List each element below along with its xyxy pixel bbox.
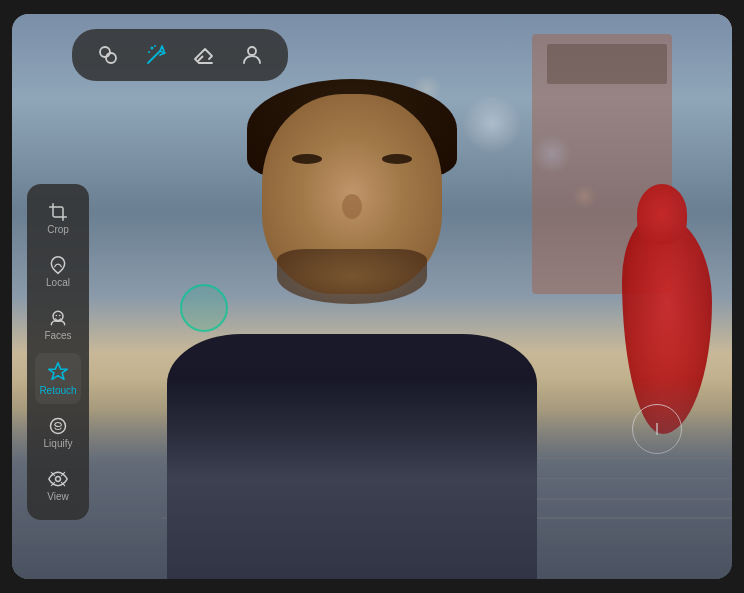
liquify-icon [48, 416, 68, 436]
faces-label: Faces [44, 331, 71, 341]
svg-point-10 [56, 477, 61, 482]
bokeh-2 [532, 134, 572, 174]
svg-point-5 [248, 47, 256, 55]
sidebar-item-faces[interactable]: Faces [35, 300, 81, 349]
sidebar-item-crop[interactable]: Crop [35, 194, 81, 243]
left-sidebar: Crop Local Face [27, 184, 89, 520]
svg-point-8 [59, 315, 61, 317]
svg-point-7 [56, 315, 58, 317]
platform-bottom [12, 379, 732, 579]
sidebar-item-local[interactable]: Local [35, 247, 81, 296]
retouch-label: Retouch [39, 386, 76, 396]
liquify-label: Liquify [44, 439, 73, 449]
objects-tool[interactable] [92, 39, 124, 71]
nose [342, 194, 362, 219]
local-icon [48, 255, 68, 275]
eraser-tool[interactable] [188, 39, 220, 71]
retouch-icon [47, 361, 69, 383]
crop-label: Crop [47, 225, 69, 235]
magic-tool[interactable] [140, 39, 172, 71]
faces-icon [48, 308, 68, 328]
svg-point-4 [154, 45, 156, 47]
crop-icon [48, 202, 68, 222]
svg-point-0 [100, 47, 110, 57]
portrait-tool[interactable] [236, 39, 268, 71]
svg-point-3 [148, 51, 150, 53]
sidebar-item-liquify[interactable]: Liquify [35, 408, 81, 457]
fingerprint-indicator [180, 284, 228, 332]
view-icon [48, 469, 68, 489]
bokeh-4 [572, 184, 597, 209]
app-container: Crop Local Face [12, 14, 732, 579]
photo-background [12, 14, 732, 579]
view-label: View [47, 492, 69, 502]
bokeh-1 [462, 94, 522, 154]
local-label: Local [46, 278, 70, 288]
svg-point-1 [106, 53, 116, 63]
sidebar-item-retouch[interactable]: Retouch [35, 353, 81, 404]
building-window [547, 44, 667, 84]
person-beard [277, 249, 427, 304]
top-toolbar [72, 29, 288, 81]
eye-right [382, 154, 412, 164]
svg-point-2 [151, 47, 154, 50]
eye-left [292, 154, 322, 164]
sidebar-item-view[interactable]: View [35, 461, 81, 510]
